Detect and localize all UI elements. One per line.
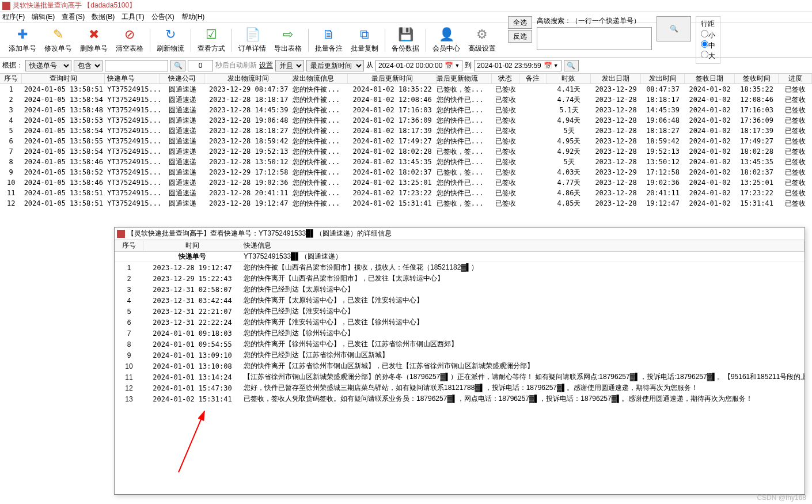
detail-row[interactable]: 132024-01-02 15:31:41已签收，签收人凭取货码签收。如有疑问请… — [115, 393, 805, 404]
cell: 2023-12-29 — [591, 168, 640, 176]
filter-search-input[interactable] — [105, 60, 168, 71]
column-header[interactable]: 查询时间 — [22, 74, 105, 84]
settings-link[interactable]: 设置 — [259, 60, 273, 70]
detail-column-header[interactable]: 快递信息 — [241, 241, 805, 251]
settings-button[interactable]: ⚙高级设置 — [464, 25, 500, 56]
menu-item[interactable]: 查看(S) — [62, 12, 85, 22]
column-header[interactable]: 发出时间 — [641, 74, 685, 84]
detail-row[interactable]: 62023-12-31 22:22:24您的快件离开【淮安转运中心】，已发往【徐… — [115, 317, 805, 328]
menu-item[interactable]: 工具(T) — [122, 12, 144, 22]
detail-row[interactable]: 42023-12-31 03:42:44您的快件离开【太原转运中心】，已发往【淮… — [115, 295, 805, 306]
to-date-picker[interactable]: 2024-01-02 23:59:59📅▼ — [474, 60, 561, 71]
column-header[interactable]: 最后更新物流 — [437, 74, 492, 84]
detail-sub-value: YT3752491533█▌（圆通速递） — [241, 252, 805, 262]
detail-cell: 2024-01-01 13:10:08 — [143, 362, 241, 370]
line-spacing-option[interactable]: 大 — [701, 51, 715, 61]
detail-cell: 2 — [115, 275, 143, 283]
column-header[interactable]: 最后更新时间 — [348, 74, 436, 84]
table-row[interactable]: 82024-01-05 13:58:46YT37524915...圆通速递202… — [0, 157, 812, 167]
detail-row[interactable]: 82024-01-01 09:54:55您的快件离开【徐州转运中心】，已发往【江… — [115, 339, 805, 350]
cell: 已签收 — [492, 85, 519, 94]
table-row[interactable]: 72024-01-05 13:58:54YT37524915...圆通速递202… — [0, 146, 812, 157]
table-row[interactable]: 52024-01-05 13:58:54YT37524915...圆通速递202… — [0, 126, 812, 136]
line-spacing-option[interactable]: 小 — [701, 30, 715, 40]
column-header[interactable]: 进度 — [779, 74, 812, 84]
refresh-button[interactable]: ↻刷新物流 — [153, 25, 188, 56]
viewmode-button[interactable]: ☑查看方式 — [193, 25, 229, 56]
table-row[interactable]: 92024-01-05 13:58:52YT37524915...圆通速递202… — [0, 167, 812, 177]
table-row[interactable]: 62024-01-05 13:58:55YT37524915...圆通速递202… — [0, 136, 812, 146]
menu-item[interactable]: 编辑(E) — [32, 12, 55, 22]
detail-row[interactable]: 122024-01-01 15:47:30您好，快件已暂存至徐州荣盛城三期店菜鸟… — [115, 382, 805, 393]
export-button[interactable]: ⇨导出表格 — [270, 25, 306, 56]
date-search-button[interactable]: 🔍 — [564, 60, 579, 71]
cell: 2024-01-02 — [685, 199, 734, 207]
column-header[interactable]: 发出日期 — [591, 74, 640, 84]
column-header[interactable]: 快递公司 — [160, 74, 204, 84]
detail-column-header[interactable]: 序号 — [115, 241, 143, 251]
detail-row[interactable]: 112024-01-01 13:14:24【江苏省徐州市铜山区新城荣盛观澜分部】… — [115, 372, 805, 382]
column-header[interactable]: 快递单号 — [105, 74, 160, 84]
detail-row[interactable]: 102024-01-01 13:10:08您的快件离开【江苏省徐州市铜山区新城】… — [115, 361, 805, 372]
invert-selection-button[interactable]: 反选 — [508, 30, 532, 43]
add-button[interactable]: ✚添加单号 — [5, 25, 40, 56]
filter-match-select[interactable]: 包含 — [74, 60, 103, 71]
table-row[interactable]: 122024-01-05 13:58:51YT37524915...圆通速递20… — [0, 198, 812, 209]
edit-button[interactable]: ✎修改单号 — [40, 25, 76, 56]
detail-button[interactable]: 📄订单详情 — [234, 25, 270, 56]
column-header[interactable]: 状态 — [492, 74, 519, 84]
table-row[interactable]: 22024-01-05 13:58:54YT37524915...圆通速递202… — [0, 94, 812, 105]
filter-search-button[interactable]: 🔍 — [170, 60, 185, 71]
cell: 2024-01-02 17:36:09 — [348, 116, 436, 124]
table-row[interactable]: 42024-01-05 13:58:53YT37524915...圆通速递202… — [0, 115, 812, 126]
cell: 2023-12-28 19:52:13 — [204, 147, 293, 156]
table-row[interactable]: 102024-01-05 13:58:46YT37524915...圆通速递20… — [0, 177, 812, 188]
column-header[interactable]: 签收时间 — [735, 74, 779, 84]
table-row[interactable]: 32024-01-05 13:58:48YT37524915...圆通速递202… — [0, 105, 812, 115]
column-header[interactable]: 备注 — [519, 74, 547, 84]
detail-row[interactable]: 22023-12-29 15:22:43您的快件离开【山西省吕梁市汾阳市】，已发… — [115, 273, 805, 284]
detail-row[interactable]: 72024-01-01 09:18:03您的快件已经到达【徐州转运中心】 — [115, 328, 805, 339]
filter-field-select[interactable]: 快递单号 — [25, 60, 71, 71]
cell: 4.95天 — [547, 137, 591, 146]
member-button[interactable]: 👤会员中心 — [428, 25, 464, 56]
select-all-button[interactable]: 全选 — [508, 16, 532, 29]
clear-button[interactable]: ⊘清空表格 — [112, 25, 147, 56]
delete-button[interactable]: ✖删除单号 — [76, 25, 112, 56]
column-header[interactable]: 发出物流时间 — [204, 74, 293, 84]
detail-title-text: 【灵软快递批量查询高手】查看快递单号：YT3752491533█▌（圆通速递）的… — [127, 229, 392, 238]
table-row[interactable]: 112024-01-05 13:58:51YT37524915...圆通速递20… — [0, 188, 812, 198]
column-header[interactable]: 签收日期 — [685, 74, 734, 84]
cell: 2024-01-02 — [685, 116, 734, 124]
detail-row[interactable]: 12023-12-28 19:12:47您的快件被【山西省吕梁市汾阳市】揽收，揽… — [115, 262, 805, 273]
detail-row[interactable]: 52023-12-31 22:21:07您的快件已经到达【淮安转运中心】 — [115, 306, 805, 317]
detail-row[interactable]: 92024-01-01 13:09:10您的快件已经到达【江苏省徐州市铜山区新城… — [115, 350, 805, 361]
batch-copy-button[interactable]: ⧉批量复制 — [347, 25, 382, 56]
batch-note-button[interactable]: 🗎批量备注 — [311, 25, 347, 56]
cell: YT37524915... — [105, 106, 160, 114]
column-header[interactable]: 时效 — [547, 74, 591, 84]
line-spacing-option[interactable]: 中 — [701, 40, 715, 51]
menu-item[interactable]: 公告(X) — [151, 12, 174, 22]
cell: 2023-12-28 19:12:47 — [204, 199, 293, 207]
detail-column-header[interactable]: 时间 — [143, 241, 241, 251]
table-row[interactable]: 12024-01-05 13:58:51YT37524915...圆通速递202… — [0, 84, 812, 94]
menu-item[interactable]: 数据(B) — [92, 12, 115, 22]
backup-button[interactable]: 💾备份数据 — [388, 25, 423, 56]
cell: 2024-01-02 — [685, 137, 734, 145]
column-header[interactable]: 发出物流信息 — [293, 74, 348, 84]
from-label: 从 — [366, 60, 373, 70]
filter-andor-select[interactable]: 并且 — [275, 60, 304, 71]
advanced-search-input[interactable] — [537, 27, 652, 50]
advanced-search-button[interactable]: 🔍 — [657, 16, 691, 41]
from-date-picker[interactable]: 2024-01-02 00:00:00📅▼ — [375, 60, 462, 71]
detail-cell: 8 — [115, 340, 143, 348]
detail-row[interactable]: 32023-12-31 02:58:07您的快件已经到达【太原转运中心】 — [115, 284, 805, 295]
column-header[interactable]: 序号 — [0, 74, 22, 84]
filter-sort-select[interactable]: 最后更新时间 — [306, 60, 364, 71]
cell: 17:16:03 — [735, 106, 779, 114]
cell: 已签收 — [779, 105, 812, 115]
menu-item[interactable]: 程序(F) — [2, 12, 25, 22]
menu-item[interactable]: 帮助(H) — [181, 12, 205, 22]
detail-titlebar: 【灵软快递批量查询高手】查看快递单号：YT3752491533█▌（圆通速递）的… — [115, 228, 805, 240]
